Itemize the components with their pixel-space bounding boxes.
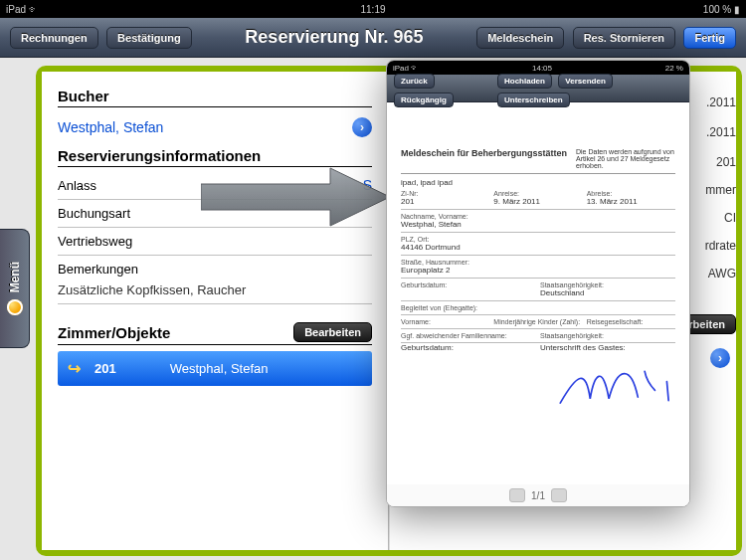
vertriebsweg-row[interactable]: Vertriebsweg [58, 228, 372, 256]
signature-icon [556, 356, 675, 416]
overlay-upload-button[interactable]: Hochladen [497, 74, 552, 89]
rp-code2: mmer [705, 183, 736, 197]
overlay-form: Meldeschein für Beherbergungsstätten Die… [387, 102, 689, 484]
spouse-label: Begleitet von (Ehegatte): [401, 304, 675, 311]
birth-label: Geburtsdatum: [401, 281, 536, 288]
rooms-header: Zimmer/Objekte [58, 324, 170, 341]
anlass-value: S [363, 177, 372, 193]
menu-dot-icon [7, 299, 23, 315]
nation-value: Deutschland [540, 288, 675, 297]
name-value: Westphal, Stefan [401, 220, 675, 229]
form-title: Meldeschein für Beherbergungsstätten [401, 148, 567, 169]
pager-label: 1/1 [531, 490, 545, 501]
altname-label: Ggf. abweichender Familienname: [401, 332, 536, 339]
arrival-value: 9. März 2011 [493, 197, 582, 206]
rp-code3: CI [724, 211, 736, 225]
vorname-label: Vorname: [401, 318, 489, 325]
children-label: Minderjährige Kinder (Zahl): [493, 318, 582, 325]
bemerkungen-label: Bemerkungen [58, 262, 138, 277]
overlay-pager: 1/1 [387, 484, 689, 506]
main-toolbar: Rechnungen Bestätigung Reservierung Nr. … [0, 18, 746, 58]
overlay-toolbar: Zurück Rückgängig Hochladen Versenden Un… [387, 75, 689, 102]
clock: 11:19 [360, 4, 385, 15]
bemerkungen-value: Zusätzliche Kopfkissen, Raucher [58, 282, 246, 297]
bestatigung-button[interactable]: Bestätigung [106, 27, 192, 49]
rp-date1: .2011 [706, 95, 736, 109]
bucher-header: Bucher [58, 88, 372, 107]
battery-icon: ▮ [734, 4, 740, 15]
menu-tab-label: Menü [8, 262, 22, 292]
zinr-label: Zi-Nr: [401, 190, 489, 197]
rp-code1: 201 [716, 155, 736, 169]
ipad-statusbar: iPad ᯤ 11:19 100 % ▮ [0, 0, 746, 18]
name-label: Nachname, Vorname: [401, 213, 675, 220]
overlay-send-button[interactable]: Versenden [558, 74, 612, 89]
form-note: Die Daten werden aufgrund von Artikel 26… [576, 148, 675, 169]
room-guest: Westphal, Stefan [170, 361, 269, 376]
anlass-label: Anlass [58, 178, 96, 193]
depart-value: 13. März 2011 [587, 197, 675, 206]
street-label: Straße, Hausnummer: [401, 259, 675, 266]
battery-label: 100 % [703, 4, 731, 15]
fertig-button[interactable]: Fertig [683, 27, 736, 49]
overlay-back-button[interactable]: Zurück [394, 74, 435, 89]
form-hotel: ipad, ipad ipad [401, 178, 675, 187]
birth2-label: Geburtsdatum: [401, 343, 536, 352]
bucher-chevron-icon[interactable]: › [352, 117, 372, 137]
city-value: 44146 Dortmund [401, 243, 675, 252]
signature-area[interactable] [401, 356, 675, 416]
room-number: 201 [94, 361, 116, 376]
nation2-label: Staatsangehörigkeit: [540, 332, 675, 339]
bemerkungen-row[interactable]: Bemerkungen [58, 256, 372, 282]
overlay-undo-button[interactable]: Rückgängig [394, 93, 454, 107]
overlay-sign-button[interactable]: Unterschreiben [497, 93, 570, 107]
resinfo-header: Reservierungsinformationen [58, 147, 372, 167]
room-row[interactable]: ↪ 201 Westphal, Stefan [58, 351, 372, 386]
rp-date2: .2011 [706, 125, 736, 139]
arrival-label: Anreise: [493, 190, 582, 197]
page-title: Reservierung Nr. 965 [245, 27, 423, 48]
meldeschein-button[interactable]: Meldeschein [476, 27, 564, 49]
rechnungen-button[interactable]: Rechnungen [10, 27, 98, 49]
stornieren-button[interactable]: Res. Stornieren [573, 27, 675, 49]
left-page: Bucher Westphal, Stefan › Reservierungsi… [42, 72, 389, 550]
rp-code4: rdrate [705, 239, 736, 253]
room-arrow-icon: ↪ [68, 359, 81, 378]
nation-label: Staatsangehörigkeit: [540, 281, 675, 288]
zinr-value: 201 [401, 197, 489, 206]
pager-prev-button[interactable] [509, 488, 525, 502]
anlass-row[interactable]: Anlass S [58, 171, 372, 200]
rp-code5: AWG [708, 267, 736, 280]
travel-label: Reisegesellschaft: [587, 318, 675, 325]
wifi-icon: ᯤ [29, 4, 39, 15]
buchungsart-label: Buchungsart [58, 206, 130, 221]
street-value: Europaplatz 2 [401, 266, 675, 275]
rp-chevron-icon[interactable]: › [710, 348, 730, 368]
bucher-name[interactable]: Westphal, Stefan [58, 119, 163, 135]
menu-tab[interactable]: Menü [0, 229, 30, 348]
vertriebsweg-label: Vertriebsweg [58, 234, 132, 249]
device-label: iPad [6, 4, 26, 15]
bearbeiten-button[interactable]: Bearbeiten [293, 322, 372, 342]
buchungsart-row[interactable]: Buchungsart [58, 200, 372, 228]
pager-next-button[interactable] [551, 488, 567, 502]
depart-label: Abreise: [587, 190, 675, 197]
city-label: PLZ, Ort: [401, 236, 675, 243]
sig-label: Unterschrift des Gastes: [540, 343, 675, 352]
meldeschein-overlay: iPad ᯤ 14:05 22 % Zurück Rückgängig Hoch… [386, 60, 690, 507]
